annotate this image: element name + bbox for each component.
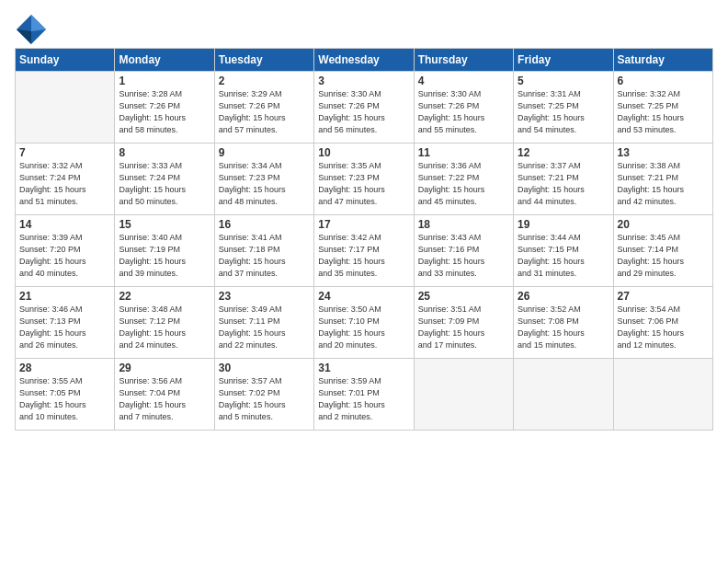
calendar-cell: 10Sunrise: 3:35 AM Sunset: 7:23 PM Dayli…: [314, 144, 414, 215]
day-number: 7: [19, 146, 110, 159]
day-info: Sunrise: 3:35 AM Sunset: 7:23 PM Dayligh…: [318, 160, 409, 208]
calendar-cell: 2Sunrise: 3:29 AM Sunset: 7:26 PM Daylig…: [214, 72, 313, 144]
day-info: Sunrise: 3:42 AM Sunset: 7:17 PM Dayligh…: [318, 232, 409, 280]
day-number: 2: [219, 75, 310, 87]
day-info: Sunrise: 3:55 AM Sunset: 7:05 PM Dayligh…: [19, 375, 110, 423]
col-header-monday: Monday: [115, 49, 214, 72]
day-number: 31: [318, 362, 409, 374]
svg-marker-1: [31, 15, 46, 31]
day-info: Sunrise: 3:46 AM Sunset: 7:13 PM Dayligh…: [19, 304, 110, 351]
calendar-cell: 17Sunrise: 3:42 AM Sunset: 7:17 PM Dayli…: [314, 215, 414, 287]
calendar-cell: 29Sunrise: 3:56 AM Sunset: 7:04 PM Dayli…: [115, 359, 214, 431]
day-number: 12: [518, 146, 609, 159]
calendar-cell: 26Sunrise: 3:52 AM Sunset: 7:08 PM Dayli…: [514, 287, 613, 359]
day-number: 28: [19, 362, 110, 374]
calendar-cell: 24Sunrise: 3:50 AM Sunset: 7:10 PM Dayli…: [314, 287, 414, 359]
day-info: Sunrise: 3:52 AM Sunset: 7:08 PM Dayligh…: [518, 304, 609, 351]
calendar-cell: 1Sunrise: 3:28 AM Sunset: 7:26 PM Daylig…: [115, 72, 214, 144]
day-number: 3: [318, 75, 409, 87]
day-info: Sunrise: 3:48 AM Sunset: 7:12 PM Dayligh…: [119, 304, 210, 351]
day-number: 29: [119, 362, 210, 374]
day-number: 21: [19, 290, 110, 303]
calendar-cell: 6Sunrise: 3:32 AM Sunset: 7:25 PM Daylig…: [613, 72, 712, 144]
calendar-cell: 14Sunrise: 3:39 AM Sunset: 7:20 PM Dayli…: [16, 215, 115, 287]
day-info: Sunrise: 3:28 AM Sunset: 7:26 PM Dayligh…: [119, 88, 210, 136]
day-info: Sunrise: 3:34 AM Sunset: 7:23 PM Dayligh…: [219, 160, 310, 208]
day-info: Sunrise: 3:57 AM Sunset: 7:02 PM Dayligh…: [219, 375, 310, 423]
day-info: Sunrise: 3:43 AM Sunset: 7:16 PM Dayligh…: [418, 232, 509, 280]
calendar-cell: 27Sunrise: 3:54 AM Sunset: 7:06 PM Dayli…: [613, 287, 712, 359]
calendar-cell: 4Sunrise: 3:30 AM Sunset: 7:26 PM Daylig…: [414, 72, 513, 144]
calendar-cell: [16, 72, 115, 144]
day-number: 22: [119, 290, 210, 303]
calendar-cell: 23Sunrise: 3:49 AM Sunset: 7:11 PM Dayli…: [214, 287, 313, 359]
day-number: 13: [618, 146, 709, 159]
day-number: 6: [618, 75, 709, 87]
day-info: Sunrise: 3:59 AM Sunset: 7:01 PM Dayligh…: [318, 375, 409, 423]
day-number: 25: [418, 290, 509, 303]
day-number: 15: [119, 218, 210, 231]
calendar-cell: 30Sunrise: 3:57 AM Sunset: 7:02 PM Dayli…: [214, 359, 313, 431]
calendar-cell: 20Sunrise: 3:45 AM Sunset: 7:14 PM Dayli…: [613, 215, 712, 287]
day-number: 30: [219, 362, 310, 374]
day-info: Sunrise: 3:40 AM Sunset: 7:19 PM Dayligh…: [119, 232, 210, 280]
day-info: Sunrise: 3:30 AM Sunset: 7:26 PM Dayligh…: [318, 88, 409, 136]
calendar-cell: 28Sunrise: 3:55 AM Sunset: 7:05 PM Dayli…: [16, 359, 115, 431]
col-header-friday: Friday: [514, 49, 613, 72]
day-number: 17: [318, 218, 409, 231]
day-info: Sunrise: 3:45 AM Sunset: 7:14 PM Dayligh…: [618, 232, 709, 280]
col-header-sunday: Sunday: [16, 49, 115, 72]
calendar-cell: 5Sunrise: 3:31 AM Sunset: 7:25 PM Daylig…: [514, 72, 613, 144]
day-number: 16: [219, 218, 310, 231]
calendar-cell: 3Sunrise: 3:30 AM Sunset: 7:26 PM Daylig…: [314, 72, 414, 144]
calendar-cell: [514, 359, 613, 431]
calendar-cell: 12Sunrise: 3:37 AM Sunset: 7:21 PM Dayli…: [514, 144, 613, 215]
col-header-thursday: Thursday: [414, 49, 513, 72]
day-number: 14: [19, 218, 110, 231]
day-number: 19: [518, 218, 609, 231]
day-info: Sunrise: 3:37 AM Sunset: 7:21 PM Dayligh…: [518, 160, 609, 208]
day-info: Sunrise: 3:41 AM Sunset: 7:18 PM Dayligh…: [219, 232, 310, 280]
calendar-cell: [613, 359, 712, 431]
calendar-cell: 8Sunrise: 3:33 AM Sunset: 7:24 PM Daylig…: [115, 144, 214, 215]
calendar-cell: 18Sunrise: 3:43 AM Sunset: 7:16 PM Dayli…: [414, 215, 513, 287]
day-info: Sunrise: 3:39 AM Sunset: 7:20 PM Dayligh…: [19, 232, 110, 280]
day-number: 10: [318, 146, 409, 159]
calendar-table: SundayMondayTuesdayWednesdayThursdayFrid…: [15, 48, 713, 431]
day-number: 5: [518, 75, 609, 87]
col-header-tuesday: Tuesday: [214, 49, 313, 72]
calendar-cell: 11Sunrise: 3:36 AM Sunset: 7:22 PM Dayli…: [414, 144, 513, 215]
day-number: 1: [119, 75, 210, 87]
day-info: Sunrise: 3:56 AM Sunset: 7:04 PM Dayligh…: [119, 375, 210, 423]
day-number: 18: [418, 218, 509, 231]
day-info: Sunrise: 3:31 AM Sunset: 7:25 PM Dayligh…: [518, 88, 609, 136]
calendar-cell: 31Sunrise: 3:59 AM Sunset: 7:01 PM Dayli…: [314, 359, 414, 431]
day-info: Sunrise: 3:30 AM Sunset: 7:26 PM Dayligh…: [418, 88, 509, 136]
calendar-cell: 15Sunrise: 3:40 AM Sunset: 7:19 PM Dayli…: [115, 215, 214, 287]
day-info: Sunrise: 3:32 AM Sunset: 7:25 PM Dayligh…: [618, 88, 709, 136]
calendar-cell: 19Sunrise: 3:44 AM Sunset: 7:15 PM Dayli…: [514, 215, 613, 287]
calendar-cell: [414, 359, 513, 431]
logo: [15, 13, 51, 46]
day-info: Sunrise: 3:49 AM Sunset: 7:11 PM Dayligh…: [219, 304, 310, 351]
day-info: Sunrise: 3:51 AM Sunset: 7:09 PM Dayligh…: [418, 304, 509, 351]
day-info: Sunrise: 3:50 AM Sunset: 7:10 PM Dayligh…: [318, 304, 409, 351]
logo-icon: [15, 13, 48, 46]
col-header-wednesday: Wednesday: [314, 49, 414, 72]
calendar-cell: 7Sunrise: 3:32 AM Sunset: 7:24 PM Daylig…: [16, 144, 115, 215]
day-number: 23: [219, 290, 310, 303]
day-number: 20: [618, 218, 709, 231]
calendar-cell: 9Sunrise: 3:34 AM Sunset: 7:23 PM Daylig…: [214, 144, 313, 215]
day-info: Sunrise: 3:32 AM Sunset: 7:24 PM Dayligh…: [19, 160, 110, 208]
day-info: Sunrise: 3:36 AM Sunset: 7:22 PM Dayligh…: [418, 160, 509, 208]
day-info: Sunrise: 3:44 AM Sunset: 7:15 PM Dayligh…: [518, 232, 609, 280]
calendar-cell: 25Sunrise: 3:51 AM Sunset: 7:09 PM Dayli…: [414, 287, 513, 359]
calendar-cell: 21Sunrise: 3:46 AM Sunset: 7:13 PM Dayli…: [16, 287, 115, 359]
svg-marker-2: [17, 29, 31, 44]
day-info: Sunrise: 3:38 AM Sunset: 7:21 PM Dayligh…: [618, 160, 709, 208]
day-info: Sunrise: 3:33 AM Sunset: 7:24 PM Dayligh…: [119, 160, 210, 208]
day-number: 9: [219, 146, 310, 159]
day-number: 8: [119, 146, 210, 159]
calendar-cell: 22Sunrise: 3:48 AM Sunset: 7:12 PM Dayli…: [115, 287, 214, 359]
day-number: 11: [418, 146, 509, 159]
